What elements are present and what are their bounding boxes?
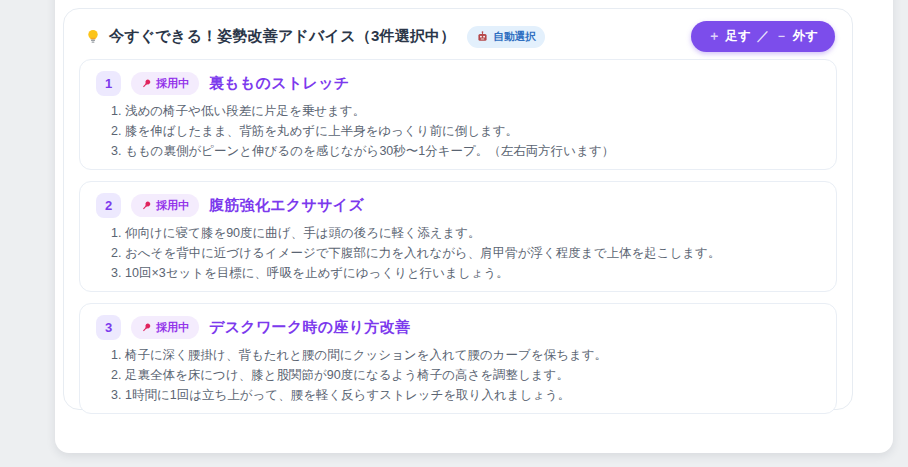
- lightbulb-icon: [85, 28, 101, 45]
- advice-header: 今すぐできる！姿勢改善アドバイス（3件選択中） 自動選択 ＋ 足す ／ － 外す: [79, 23, 837, 50]
- item-number-badge: 3: [96, 315, 121, 340]
- step-item: ももの裏側がピーンと伸びるのを感じながら30秒〜1分キープ。（左右両方行います）: [125, 141, 820, 161]
- pushpin-icon: [141, 200, 152, 211]
- advice-item-1[interactable]: 1 採用中 裏もものストレッチ: [79, 59, 837, 170]
- step-list: 仰向けに寝て膝を90度に曲げ、手は頭の後ろに軽く添えます。 おへそを背中に近づけ…: [108, 223, 820, 283]
- status-badge: 採用中: [131, 72, 199, 95]
- status-badge: 採用中: [131, 194, 199, 217]
- advice-item-header: 2 採用中 腹筋強化エクササイズ: [96, 192, 820, 218]
- plus-icon: ＋: [708, 28, 721, 45]
- item-number-badge: 1: [96, 71, 121, 96]
- pushpin-icon: [141, 322, 152, 333]
- add-remove-button[interactable]: ＋ 足す ／ － 外す: [691, 21, 835, 52]
- step-item: おへそを背中に近づけるイメージで下腹部に力を入れながら、肩甲骨が浮く程度まで上体…: [125, 243, 820, 263]
- auto-select-badge: 自動選択: [467, 26, 545, 48]
- step-item: 足裏全体を床につけ、膝と股関節が90度になるよう椅子の高さを調整します。: [125, 365, 820, 385]
- remove-label: 外す: [793, 28, 818, 45]
- advice-card-list: 1 採用中 裏もものストレッチ: [79, 59, 837, 414]
- advice-item-2[interactable]: 2 採用中 腹筋強化エクササイズ: [79, 181, 837, 292]
- auto-select-label: 自動選択: [493, 30, 535, 44]
- step-item: 膝を伸ばしたまま、背筋を丸めずに上半身をゆっくり前に倒します。: [125, 121, 820, 141]
- advice-item-title: デスクワーク時の座り方改善: [209, 318, 410, 337]
- status-badge: 採用中: [131, 316, 199, 339]
- pushpin-icon: [141, 78, 152, 89]
- separator: ／: [757, 28, 770, 45]
- step-item: 10回×3セットを目標に、呼吸を止めずにゆっくりと行いましょう。: [125, 263, 820, 283]
- step-list: 浅めの椅子や低い段差に片足を乗せます。 膝を伸ばしたまま、背筋を丸めずに上半身を…: [108, 101, 820, 161]
- page-title: 今すぐできる！姿勢改善アドバイス（3件選択中）: [109, 27, 455, 46]
- advice-section: 今すぐできる！姿勢改善アドバイス（3件選択中） 自動選択 ＋ 足す ／ － 外す: [63, 8, 853, 410]
- item-number-badge: 2: [96, 193, 121, 218]
- step-item: 仰向けに寝て膝を90度に曲げ、手は頭の後ろに軽く添えます。: [125, 223, 820, 243]
- advice-item-3[interactable]: 3 採用中 デスクワーク時の座り方改善: [79, 303, 837, 414]
- advice-item-title: 裏もものストレッチ: [209, 74, 350, 93]
- status-label: 採用中: [156, 76, 189, 91]
- step-item: 1時間に1回は立ち上がって、腰を軽く反らすストレッチを取り入れましょう。: [125, 385, 820, 405]
- robot-icon: [477, 31, 488, 42]
- advice-item-title: 腹筋強化エクササイズ: [209, 196, 364, 215]
- status-label: 採用中: [156, 320, 189, 335]
- step-item: 浅めの椅子や低い段差に片足を乗せます。: [125, 101, 820, 121]
- advice-item-header: 1 採用中 裏もものストレッチ: [96, 70, 820, 96]
- add-label: 足す: [725, 28, 750, 45]
- status-label: 採用中: [156, 198, 189, 213]
- step-item: 椅子に深く腰掛け、背もたれと腰の間にクッションを入れて腰のカーブを保ちます。: [125, 345, 820, 365]
- advice-item-header: 3 採用中 デスクワーク時の座り方改善: [96, 314, 820, 340]
- step-list: 椅子に深く腰掛け、背もたれと腰の間にクッションを入れて腰のカーブを保ちます。 足…: [108, 345, 820, 405]
- minus-icon: －: [775, 28, 788, 45]
